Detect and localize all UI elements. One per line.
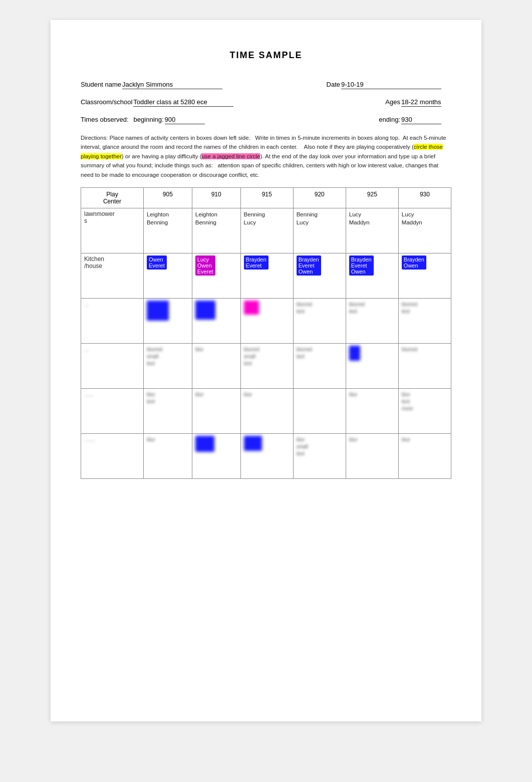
row-label-kitchen: Kitchen/house	[81, 253, 144, 298]
cell-r5-915: blur	[240, 388, 293, 433]
blue-name-tag-5: BraydenOwen	[402, 255, 426, 270]
date-value: 9-10-19	[341, 81, 441, 89]
blue-name-tag-3: BraydenEveretOwen	[297, 255, 321, 276]
cell-kitchen-930: BraydenOwen	[398, 253, 451, 298]
times-label: Times observed:	[81, 116, 129, 123]
table-row: ... blurredtext blurredtext blurredtex	[81, 298, 451, 343]
student-row: Student name Jacklyn Simmons Date 9-10-1…	[81, 81, 451, 89]
pink-block-r3-915	[244, 301, 259, 315]
beginning-value: 900	[165, 116, 205, 124]
blue-block-r6-915	[244, 436, 262, 451]
cell-r4-920: blurredtext	[293, 343, 346, 388]
ages-value: 18-22 months	[401, 98, 441, 107]
student-value: Jacklyn Simmons	[122, 81, 222, 89]
table-row: ....... blur blursmalltext blur blur	[81, 433, 451, 478]
times-row: Times observed: beginning: 900 ending: 9…	[81, 116, 451, 124]
cell-r6-915	[240, 433, 293, 478]
cell-r6-910	[192, 433, 240, 478]
blue-block-r4-925	[349, 346, 360, 361]
cell-r3-915	[240, 298, 293, 343]
cell-kitchen-915: BraydenEveret	[240, 253, 293, 298]
ending-label: ending:	[379, 116, 400, 123]
cell-lawnmower-910: LeightonBenning	[192, 208, 240, 253]
classroom-row: Classroom/school Toddler class at 5280 e…	[81, 98, 451, 107]
cell-lawnmower-905: LeightonBenning	[143, 208, 192, 253]
cell-r3-925: blurredtext	[346, 298, 398, 343]
date-label: Date	[327, 81, 340, 88]
cell-kitchen-910: LucyOwenEveret	[192, 253, 240, 298]
ending-value: 930	[401, 116, 441, 124]
cell-r6-920: blursmalltext	[293, 433, 346, 478]
cell-r5-905: blurtext	[143, 388, 192, 433]
page: TIME SAMPLE Student name Jacklyn Simmons…	[51, 20, 481, 721]
row-label-6: .......	[81, 433, 144, 478]
blue-block-r3-910	[195, 301, 215, 320]
row-label-3: ...	[81, 298, 144, 343]
blue-block-r3-905	[147, 301, 169, 321]
cell-kitchen-925: BraydenEveretOwen	[346, 253, 398, 298]
table-row: lawnmowers LeightonBenning LeightonBenni…	[81, 208, 451, 253]
cell-kitchen-905: OwenEveret	[143, 253, 192, 298]
table-header-row: PlayCenter 905 910 915 920 925 930	[81, 187, 451, 208]
col-header-920: 920	[293, 187, 346, 208]
col-header-930: 930	[398, 187, 451, 208]
cell-r4-925	[346, 343, 398, 388]
pink-name-tag: LucyOwenEveret	[195, 255, 215, 276]
col-header-910: 910	[192, 187, 240, 208]
row-label-5: ......	[81, 388, 144, 433]
cell-r4-915: blurredsmalltext	[240, 343, 293, 388]
cell-lawnmower-930: LucyMaddyn	[398, 208, 451, 253]
cell-r5-920	[293, 388, 346, 433]
ages-label: Ages	[385, 98, 400, 106]
col-header-905: 905	[143, 187, 192, 208]
classroom-value: Toddler class at 5280 ece	[133, 98, 233, 107]
col-header-925: 925	[346, 187, 398, 208]
table-row: ...... blurtext blur blur blur blurtextm	[81, 388, 451, 433]
cell-kitchen-920: BraydenEveretOwen	[293, 253, 346, 298]
row-label-4: ...	[81, 343, 144, 388]
col-header-center: PlayCenter	[81, 187, 144, 208]
student-label: Student name	[81, 81, 121, 88]
row-label-lawnmower: lawnmowers	[81, 208, 144, 253]
cell-r3-920: blurredtext	[293, 298, 346, 343]
cell-r4-905: blurredsmalltext	[143, 343, 192, 388]
table-row: ... blurredsmalltext blur blurredsmallte…	[81, 343, 451, 388]
beginning-label: beginning:	[134, 116, 164, 123]
cell-r5-930: blurtextmore	[398, 388, 451, 433]
classroom-label: Classroom/school	[81, 98, 132, 106]
cell-r6-930: blur	[398, 433, 451, 478]
cell-r3-910	[192, 298, 240, 343]
blue-name-tag: OwenEveret	[147, 255, 167, 270]
blue-block-r6-910	[195, 436, 214, 452]
cell-r6-925: blur	[346, 433, 398, 478]
blue-name-tag-2: BraydenEveret	[244, 255, 269, 270]
cell-r6-905: blur	[143, 433, 192, 478]
directions-text: Directions: Place names of activity cent…	[81, 133, 451, 179]
cell-r5-925: blur	[346, 388, 398, 433]
cell-r4-910: blur	[192, 343, 240, 388]
highlight-difficulty: use a jagged line circle	[201, 153, 260, 159]
cell-r3-930: blurredtext	[398, 298, 451, 343]
cell-r4-930: blurred	[398, 343, 451, 388]
col-header-915: 915	[240, 187, 293, 208]
cell-lawnmower-920: BenningLucy	[293, 208, 346, 253]
table-row: Kitchen/house OwenEveret LucyOwenEveret …	[81, 253, 451, 298]
page-title: TIME SAMPLE	[81, 50, 451, 61]
highlight-cooperative: circle those playing together	[81, 144, 443, 159]
blue-name-tag-4: BraydenEveretOwen	[349, 255, 374, 276]
cell-lawnmower-925: LucyMaddyn	[346, 208, 398, 253]
observation-table: PlayCenter 905 910 915 920 925 930 lawnm…	[81, 187, 451, 479]
cell-r5-910: blur	[192, 388, 240, 433]
cell-lawnmower-915: BenningLucy	[240, 208, 293, 253]
cell-r3-905	[143, 298, 192, 343]
